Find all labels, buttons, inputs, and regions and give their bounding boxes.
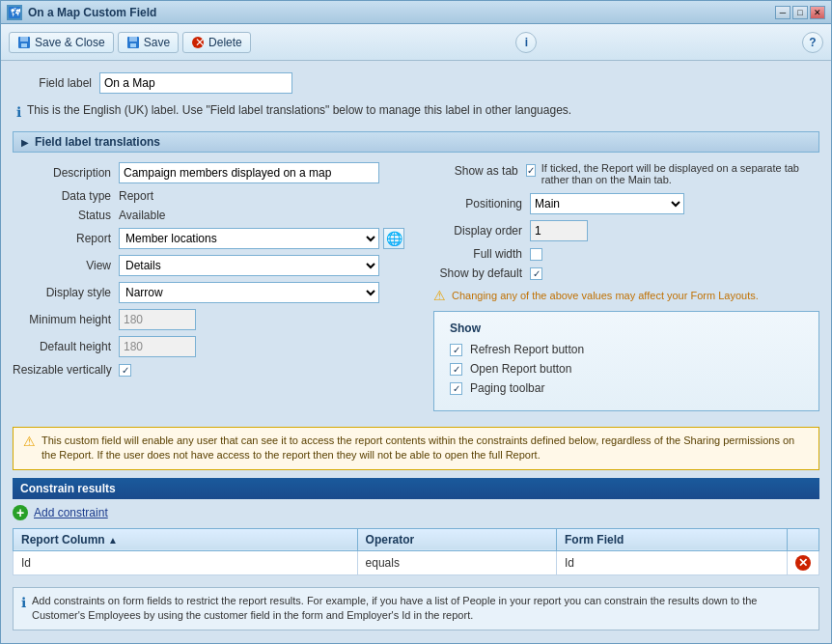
display-style-label: Display style [13,286,119,299]
full-width-label: Full width [433,247,530,261]
title-bar: 🗺 On a Map Custom Field ─ □ ✕ [1,1,831,24]
warning-text: Changing any of the above values may aff… [452,290,759,301]
resizable-row: Resizable vertically [13,363,418,377]
svg-rect-7 [130,43,136,47]
restore-button[interactable]: □ [792,6,808,19]
display-order-input[interactable] [530,220,588,241]
warning-banner: ⚠ This custom field will enable any user… [13,427,819,470]
two-column-layout: Description Data type Report Status Avai… [13,162,819,419]
constrain-title: Constrain results [20,482,116,495]
show-title: Show [450,322,803,335]
report-column-cell: Id [14,550,358,574]
paging-toolbar-row: Paging toolbar [450,381,803,395]
warning-icon: ⚠ [433,288,446,303]
constraint-table: Report Column ▲ Operator Form Field [13,528,819,575]
description-row: Description [13,162,418,183]
add-icon: + [13,505,28,520]
translations-arrow-icon: ▶ [21,137,29,148]
sort-icon: ▲ [108,535,118,546]
data-type-label: Data type [13,189,119,203]
save-close-icon [17,36,31,49]
add-constraint-row[interactable]: + Add constraint [13,505,819,520]
show-as-tab-row: Show as tab If ticked, the Report will b… [433,162,819,185]
table-row: Id equals Id ✕ [14,550,819,574]
translations-title: Field label translations [35,135,160,149]
help-info-button[interactable]: i [515,32,537,53]
open-report-checkbox[interactable] [450,363,462,376]
report-globe-button[interactable]: 🌐 [383,228,404,249]
left-column: Description Data type Report Status Avai… [13,162,418,419]
show-by-default-row: Show by default [433,266,819,280]
open-report-row: Open Report button [450,362,803,376]
window-controls: ─ □ ✕ [775,6,825,19]
refresh-report-label: Refresh Report button [470,343,584,356]
default-height-input[interactable] [119,336,196,357]
display-style-select[interactable]: Narrow [119,282,379,303]
description-label: Description [13,166,119,180]
close-button[interactable]: ✕ [810,6,825,19]
open-report-label: Open Report button [470,362,571,376]
view-select[interactable]: Details [119,255,379,276]
view-row: View Details [13,255,418,276]
show-by-default-label: Show by default [433,266,530,280]
show-as-tab-label: Show as tab [433,162,526,178]
min-height-row: Minimum height [13,309,418,330]
operator-header[interactable]: Operator [357,528,556,550]
svg-text:✕: ✕ [195,36,205,49]
footer-text: Add constraints on form fields to restri… [32,594,811,624]
warning-banner-text: This custom field will enable any user t… [42,434,809,463]
full-width-checkbox[interactable] [530,248,542,261]
delete-button[interactable]: ✕ Delete [182,32,251,53]
default-height-label: Default height [13,340,119,353]
min-height-input[interactable] [119,309,196,330]
status-row: Status Available [13,209,418,222]
window-title: On a Map Custom Field [28,6,775,19]
refresh-report-checkbox[interactable] [450,344,462,356]
show-as-tab-info: If ticked, the Report will be displayed … [541,162,819,185]
positioning-select[interactable]: Main [530,193,684,214]
show-as-tab-checkbox[interactable] [526,164,536,177]
display-order-row: Display order [433,220,819,241]
report-column-header[interactable]: Report Column ▲ [14,528,358,550]
show-by-default-checkbox[interactable] [530,267,542,280]
add-constraint-label[interactable]: Add constraint [34,506,108,519]
layout-warning-row: ⚠ Changing any of the above values may a… [433,288,819,303]
globe-icon: 🌐 [386,231,402,246]
show-section: Show Refresh Report button Open Report b… [433,311,819,411]
report-select[interactable]: Member locations [119,228,379,249]
refresh-report-row: Refresh Report button [450,343,803,356]
report-dropdown-wrap: Member locations 🌐 [119,228,404,249]
operator-cell: equals [357,550,556,574]
field-label-input[interactable] [99,72,292,94]
svg-rect-3 [20,37,28,42]
form-field-header[interactable]: Form Field [557,528,788,550]
svg-rect-4 [21,43,27,47]
main-window: 🗺 On a Map Custom Field ─ □ ✕ Save & Clo… [0,0,832,644]
full-width-row: Full width [433,247,819,261]
main-content: Field label ℹ This is the English (UK) l… [1,61,831,643]
display-style-row: Display style Narrow [13,282,418,303]
report-row: Report Member locations 🌐 [13,228,418,249]
form-field-cell: Id [557,550,788,574]
info-text: This is the English (UK) label. Use "Fie… [27,103,571,117]
save-close-button[interactable]: Save & Close [9,32,114,53]
window-icon: 🗺 [7,5,22,20]
field-translations-header[interactable]: ▶ Field label translations [13,131,819,153]
constraint-header-row: Report Column ▲ Operator Form Field [14,528,819,550]
delete-cell: ✕ [788,550,819,574]
show-as-tab-content: If ticked, the Report will be displayed … [526,162,819,185]
resizable-label: Resizable vertically [13,363,119,377]
info-icon: ℹ [16,104,21,120]
data-type-value: Report [119,189,153,203]
save-button[interactable]: Save [118,32,179,53]
footer-info-icon: ℹ [21,595,26,624]
paging-toolbar-checkbox[interactable] [450,382,462,395]
help-question-button[interactable]: ? [802,32,823,53]
resizable-checkbox[interactable] [119,364,131,377]
data-type-row: Data type Report [13,189,418,203]
paging-toolbar-label: Paging toolbar [470,381,544,395]
banner-warning-icon: ⚠ [23,434,36,463]
description-input[interactable] [119,162,379,183]
minimize-button[interactable]: ─ [775,6,790,19]
delete-row-button[interactable]: ✕ [795,555,811,571]
